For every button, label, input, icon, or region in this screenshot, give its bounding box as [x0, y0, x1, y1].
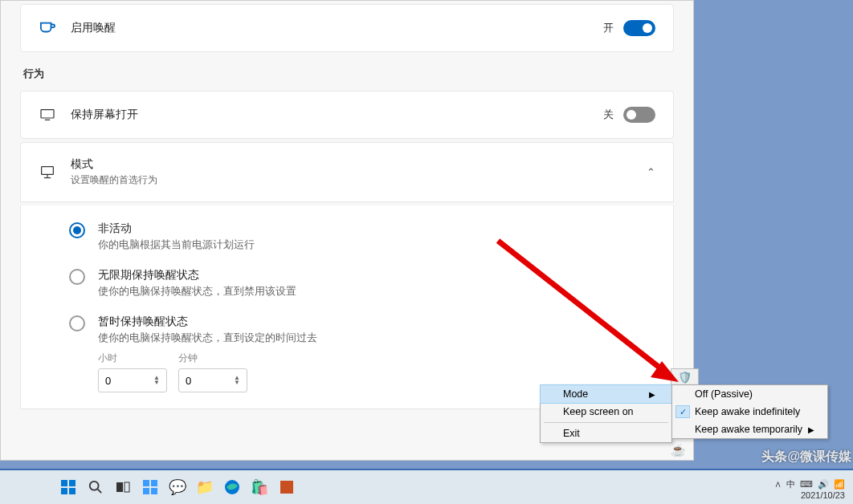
submenu-arrow-icon: ▶: [808, 425, 814, 434]
chat-icon[interactable]: 💬: [167, 477, 188, 498]
taskbar: 💬 📁 🛍️ ∧ 中 ⌨ 🔊 📶 2021/10/23: [0, 469, 853, 504]
svg-rect-7: [61, 480, 67, 486]
radio-title: 无限期保持唤醒状态: [98, 268, 296, 282]
display-icon: [39, 164, 56, 181]
radio-icon: [69, 222, 85, 238]
submenu-temporary[interactable]: Keep awake temporarily ▶: [672, 421, 827, 438]
spinner-arrows-icon: ▲▼: [234, 376, 240, 385]
svg-rect-15: [143, 480, 149, 486]
svg-rect-0: [41, 110, 54, 118]
svg-rect-18: [151, 488, 157, 494]
chevron-up-icon: ⌃: [647, 166, 655, 178]
edge-icon[interactable]: [222, 477, 243, 498]
system-clock[interactable]: ∧ 中 ⌨ 🔊 📶 2021/10/23: [774, 478, 845, 501]
start-button[interactable]: [58, 477, 79, 498]
radio-title: 暂时保持唤醒状态: [98, 315, 317, 329]
svg-line-12: [98, 490, 102, 494]
radio-sub: 你的电脑根据其当前电源计划运行: [98, 238, 255, 252]
menu-label: Exit: [563, 428, 580, 439]
svg-rect-8: [69, 480, 76, 486]
menu-separator: [544, 422, 668, 423]
mode-sub: 设置唤醒的首选行为: [71, 173, 157, 187]
radio-temporary[interactable]: 暂时保持唤醒状态 使你的电脑保持唤醒状态，直到设定的时间过去: [39, 315, 655, 345]
svg-rect-20: [280, 481, 293, 494]
menu-label: Off (Passive): [695, 388, 753, 400]
menu-label: Keep screen on: [563, 406, 634, 417]
svg-rect-10: [69, 488, 76, 494]
menu-exit[interactable]: Exit: [541, 425, 671, 442]
spinner-arrows-icon: ▲▼: [153, 376, 160, 385]
tray-cup-icon[interactable]: ☕: [671, 443, 686, 457]
svg-point-11: [90, 482, 99, 490]
menu-label: Keep awake temporarily: [695, 424, 802, 435]
svg-rect-14: [124, 482, 129, 492]
enable-wake-label: 启用唤醒: [71, 21, 116, 35]
keep-screen-toggle[interactable]: [623, 107, 655, 123]
keep-screen-row: 保持屏幕打开 关: [20, 91, 674, 139]
menu-mode[interactable]: Mode ▶: [540, 384, 672, 404]
shield-icon[interactable]: 🛡️: [678, 371, 692, 384]
watermark-text: 头条@微课传媒: [761, 449, 851, 465]
store-icon[interactable]: 🛍️: [249, 477, 270, 498]
mode-submenu: Off (Passive) ✓ Keep awake indefinitely …: [671, 384, 828, 439]
radio-sub: 使你的电脑保持唤醒状态，直到设定的时间过去: [98, 331, 317, 345]
minutes-spinner[interactable]: 0 ▲▼: [178, 368, 247, 392]
mode-body: 非活动 你的电脑根据其当前电源计划运行 无限期保持唤醒状态 使你的电脑保持唤醒状…: [20, 205, 674, 409]
submenu-off[interactable]: Off (Passive): [672, 385, 827, 403]
svg-rect-16: [151, 480, 157, 486]
hours-value: 0: [105, 375, 111, 387]
enable-wake-toggle[interactable]: [623, 20, 655, 36]
enable-wake-row: 启用唤醒 开: [20, 4, 674, 52]
mode-label: 模式: [71, 157, 157, 172]
enable-wake-state: 开: [603, 21, 614, 35]
content-area: 启用唤醒 开 行为 保持屏幕打开 关: [1, 1, 693, 429]
keep-screen-label: 保持屏幕打开: [71, 108, 138, 122]
monitor-icon: [39, 106, 56, 124]
app-icon[interactable]: [276, 477, 297, 498]
minutes-label: 分钟: [178, 352, 247, 365]
radio-title: 非活动: [98, 222, 255, 236]
widgets-icon[interactable]: [140, 477, 161, 498]
keep-screen-state: 关: [603, 108, 614, 122]
radio-indefinite[interactable]: 无限期保持唤醒状态 使你的电脑保持唤醒状态，直到禁用该设置: [39, 268, 655, 299]
hours-label: 小时: [98, 352, 167, 365]
search-icon[interactable]: [85, 477, 106, 498]
radio-sub: 使你的电脑保持唤醒状态，直到禁用该设置: [98, 284, 296, 299]
radio-inactive[interactable]: 非活动 你的电脑根据其当前电源计划运行: [39, 222, 655, 252]
submenu-arrow-icon: ▶: [649, 390, 655, 399]
hours-spinner[interactable]: 0 ▲▼: [98, 368, 167, 392]
explorer-icon[interactable]: 📁: [194, 477, 215, 498]
menu-keep-screen[interactable]: Keep screen on: [541, 403, 671, 421]
date-text: 2021/10/23: [774, 490, 845, 501]
check-icon: ✓: [675, 405, 690, 418]
taskview-icon[interactable]: [112, 477, 133, 498]
cup-icon: [39, 19, 56, 37]
tray-menu: Mode ▶ Keep screen on Exit: [540, 384, 672, 443]
svg-rect-2: [42, 166, 54, 174]
radio-icon: [69, 315, 85, 331]
svg-rect-17: [143, 488, 149, 494]
submenu-indefinite[interactable]: ✓ Keep awake indefinitely: [672, 403, 827, 421]
menu-label: Keep awake indefinitely: [695, 406, 800, 417]
minutes-value: 0: [186, 375, 191, 387]
menu-label: Mode: [563, 388, 588, 400]
behavior-heading: 行为: [23, 67, 674, 81]
radio-icon: [69, 269, 85, 285]
mode-row[interactable]: 模式 设置唤醒的首选行为 ⌃: [20, 142, 674, 202]
svg-rect-13: [116, 482, 123, 492]
svg-rect-9: [61, 488, 67, 494]
